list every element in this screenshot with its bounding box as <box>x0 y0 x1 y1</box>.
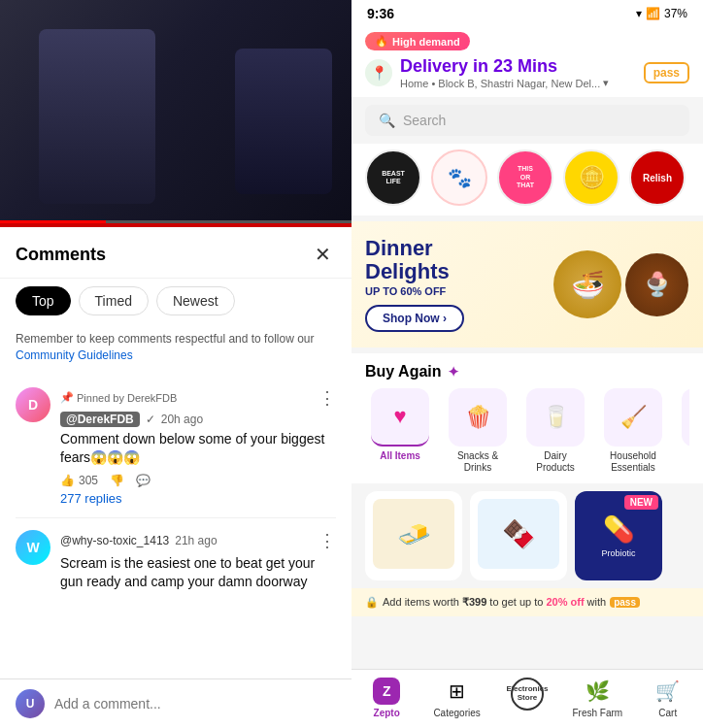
video-area <box>0 0 352 223</box>
nav-label-zepto: Zepto <box>374 708 400 718</box>
video-figure-left <box>39 29 155 204</box>
shop-now-button[interactable]: Shop Now › <box>365 305 464 332</box>
household-icon: 🧹 <box>620 405 647 430</box>
bottom-nav: Z Zepto ⊞ Categories ElectronicsStore 🌿 … <box>352 669 703 728</box>
community-notice: Remember to keep comments respectful and… <box>0 323 352 372</box>
tab-all-items[interactable]: ♥ All Items <box>365 388 435 474</box>
video-figure-right <box>235 49 332 194</box>
brand-relish[interactable]: Relish <box>629 149 686 206</box>
brand-this-or-that[interactable]: THISORTHAT <box>497 149 553 206</box>
probiotic-label: Probiotic <box>601 548 635 558</box>
location-icon: 📍 <box>365 59 392 86</box>
divider <box>16 517 336 518</box>
comments-title: Comments <box>16 245 106 265</box>
bites-image: 🍫 <box>478 499 559 569</box>
delivery-row: 📍 Delivery in 23 Mins Home • Block B, Sh… <box>365 56 689 89</box>
comment-username-row: @why-so-toxic_1413 21h ago ⋮ <box>60 530 336 551</box>
product-grid: 🧈 🍫 NEW 💊 Probiotic <box>352 483 703 588</box>
avatar: W <box>16 530 50 565</box>
add-comment-bar: U <box>0 678 352 728</box>
nav-label-fresh-farm: Fresh Farm <box>573 708 623 718</box>
search-icon: 🔍 <box>379 113 395 128</box>
community-guidelines-link[interactable]: Community Guidelines <box>16 348 133 362</box>
table-row: W @why-so-toxic_1413 21h ago ⋮ Scream is… <box>0 522 352 606</box>
tab-snacks-drinks[interactable]: 🍿 Snacks &Drinks <box>443 388 513 474</box>
nav-item-fresh-farm[interactable]: 🌿 Fresh Farm <box>568 678 626 718</box>
pass-badge[interactable]: pass <box>644 62 689 83</box>
brand-paws[interactable]: 🐾 <box>431 149 487 206</box>
wifi-icon: ▾ <box>636 7 642 20</box>
tab-newest[interactable]: Newest <box>156 286 235 315</box>
buy-again-section: Buy Again ✦ ♥ All Items 🍿 Snacks &Drinks <box>352 353 703 483</box>
comment-content: @why-so-toxic_1413 21h ago ⋮ Scream is t… <box>60 530 336 598</box>
avatar: D <box>16 387 50 422</box>
sparkle-icon: ✦ <box>448 364 459 380</box>
delivery-left: 📍 Delivery in 23 Mins Home • Block B, Sh… <box>365 56 609 89</box>
brand-coin[interactable]: 🪙 <box>563 149 619 206</box>
brand-beast-life[interactable]: BEASTLIFE <box>365 149 421 206</box>
fresh-farm-icon: 🌿 <box>584 678 611 705</box>
tab-dairy-products[interactable]: 🥛 DairyProducts <box>520 388 590 474</box>
product-amul-butter[interactable]: 🧈 <box>365 491 462 580</box>
left-panel: Comments ✕ Top Timed Newest Remember to … <box>0 0 352 728</box>
electronics-icon: ElectronicsStore <box>511 678 544 711</box>
dairy-label: DairyProducts <box>536 450 574 474</box>
replies-button[interactable]: 277 replies <box>60 491 336 506</box>
snacks-icon: 🍿 <box>465 405 491 430</box>
video-progress-bar <box>0 220 352 223</box>
nav-label-categories: Categories <box>433 708 480 718</box>
snacks-icon-wrap: 🍿 <box>449 388 507 447</box>
zepto-content: 🔥 High demand 📍 Delivery in 23 Mins Home… <box>352 25 703 669</box>
dislike-button[interactable]: 👎 <box>110 474 124 487</box>
grocery-icon-wrap: 🥗 <box>682 388 689 447</box>
pinned-label: 📌 Pinned by DerekFDB <box>60 391 177 404</box>
thumbs-down-icon: 👎 <box>110 474 124 487</box>
status-time: 9:36 <box>367 6 394 21</box>
delivery-address: Home • Block B, Shastri Nagar, New Del..… <box>400 77 609 89</box>
add-comment-input[interactable] <box>54 696 336 711</box>
tab-grocery-kitchen[interactable]: 🥗 GrocKitc... <box>676 388 689 474</box>
dairy-icon: 🥛 <box>543 405 569 430</box>
demand-label: High demand <box>392 36 460 48</box>
new-badge: NEW <box>624 495 658 510</box>
dairy-icon-wrap: 🥛 <box>526 388 585 447</box>
nav-item-cart[interactable]: 🛒 Cart <box>639 678 697 718</box>
household-icon-wrap: 🧹 <box>604 388 662 447</box>
comment-username-row: @DerekFDB ✓ 20h ago <box>60 412 336 427</box>
more-options-button[interactable]: ⋮ <box>318 530 336 551</box>
search-placeholder: Search <box>403 113 446 128</box>
search-bar[interactable]: 🔍 Search <box>365 105 689 136</box>
categories-icon: ⊞ <box>444 678 471 705</box>
zepto-header: 🔥 High demand 📍 Delivery in 23 Mins Home… <box>352 25 703 97</box>
like-button[interactable]: 👍 305 <box>60 474 98 487</box>
nav-label-cart: Cart <box>658 708 677 718</box>
banner-text-area: DinnerDelights UP TO 60% OFF Shop Now › <box>352 221 703 347</box>
comment-actions: 👍 305 👎 💬 <box>60 474 336 487</box>
nav-item-electronics[interactable]: ElectronicsStore <box>498 678 556 718</box>
video-progress-fill <box>0 220 106 223</box>
comment-meta: 📌 Pinned by DerekFDB ⋮ <box>60 387 336 409</box>
thumbs-up-icon: 👍 <box>60 474 75 487</box>
household-label: HouseholdEssentials <box>610 450 656 474</box>
tab-household-essentials[interactable]: 🧹 HouseholdEssentials <box>598 388 668 474</box>
product-probiotic[interactable]: NEW 💊 Probiotic <box>575 491 662 580</box>
nav-item-zepto[interactable]: Z Zepto <box>357 678 416 718</box>
dinner-delights-banner[interactable]: DinnerDelights UP TO 60% OFF Shop Now › … <box>352 221 703 347</box>
tab-top[interactable]: Top <box>16 286 71 315</box>
fire-icon: 🔥 <box>375 35 388 48</box>
nav-item-categories[interactable]: ⊞ Categories <box>428 678 486 718</box>
comment-time: 20h ago <box>161 413 203 426</box>
buy-again-title: Buy Again ✦ <box>365 363 689 381</box>
brand-circles: BEASTLIFE 🐾 THISORTHAT 🪙 Relish <box>352 144 703 215</box>
product-bites[interactable]: 🍫 <box>470 491 567 580</box>
reply-icon-button[interactable]: 💬 <box>136 474 151 487</box>
amul-butter-image: 🧈 <box>373 499 454 569</box>
user-avatar: U <box>16 689 45 718</box>
more-options-button[interactable]: ⋮ <box>318 387 336 409</box>
verified-icon: ✓ <box>146 413 155 426</box>
zepto-icon: Z <box>373 678 400 705</box>
username-text: @why-so-toxic_1413 <box>60 534 169 547</box>
tab-timed[interactable]: Timed <box>79 286 149 315</box>
comments-header: Comments ✕ <box>0 227 352 279</box>
close-button[interactable]: ✕ <box>309 241 336 268</box>
